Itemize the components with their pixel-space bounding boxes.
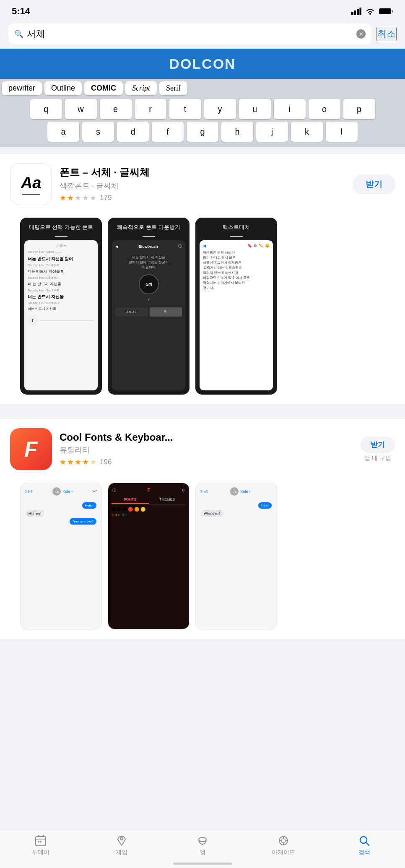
battery-icon xyxy=(379,8,393,15)
key-a[interactable]: a xyxy=(47,122,79,142)
app1-icon: Aa xyxy=(10,163,52,205)
app1-screenshot-2: 쾌속적으로 폰트 다운받기 ◀ Blowbrush ⓘ 너는 반드시 네 자신을… xyxy=(108,218,190,395)
status-icons xyxy=(351,7,393,16)
key-l[interactable]: l xyxy=(326,122,358,142)
nav-label-arcade: 아케이드 xyxy=(272,849,295,856)
app1-screenshot-1-header: 대량으로 선택 가능한 폰트 xyxy=(20,218,102,234)
font-chip-serif[interactable]: Serif xyxy=(159,81,187,95)
star2-3: ★ xyxy=(75,457,81,467)
svg-rect-9 xyxy=(38,841,39,842)
bottom-padding xyxy=(0,639,405,681)
app2-screenshot-2-tabs: FONTS THEMES xyxy=(112,496,186,504)
home-indicator xyxy=(173,863,232,865)
keyboard-area: DOLCON pewriter Outline COMIC Script Ser… xyxy=(0,49,405,147)
search-input-value: 서체 xyxy=(27,28,353,40)
app1-screenshot-1-screen: 모두 ▾ Source Han Sans —— 너는 반드시 자신을 믿어 So… xyxy=(24,240,98,390)
key-t[interactable]: t xyxy=(169,99,201,119)
app1-get-button[interactable]: 받기 xyxy=(353,174,395,194)
star-3: ★ xyxy=(75,193,81,203)
app2-icon: F xyxy=(10,428,52,470)
star-1: ★ xyxy=(60,193,66,203)
svg-rect-6 xyxy=(392,10,393,13)
app2-header: F Cool Fonts & Keyboar... 유틸리티 ★ ★ ★ ★ ★… xyxy=(10,428,395,470)
app2-screenshot-1: 1:51 KB Kate › Hello! Hi there! 𝓗𝓸𝔴 𝓪𝓻𝓮 … xyxy=(20,483,102,629)
keyboard-row-1: q w e r t y u i o p xyxy=(0,98,405,120)
font-chip-typewriter[interactable]: pewriter xyxy=(2,81,42,95)
font-chip-outline[interactable]: Outline xyxy=(44,81,82,95)
key-h[interactable]: h xyxy=(221,122,253,142)
key-i[interactable]: i xyxy=(274,99,306,119)
app1-stars: ★ ★ ★ ★ ★ xyxy=(60,193,96,203)
status-time: 5:14 xyxy=(12,6,30,17)
app1-card: Aa 폰트 – 서체 · 글씨체 색깔폰트 · 글씨체 ★ ★ ★ ★ ★ 17… xyxy=(0,154,405,404)
app2-rating-count: 196 xyxy=(100,458,112,466)
font-style-row: pewriter Outline COMIC Script Serif xyxy=(0,79,405,98)
app2-iap-label: 앱 내 구입 xyxy=(364,455,391,462)
star-4: ★ xyxy=(82,193,89,203)
app1-screenshot-3-screen: ◀ 🔖 ⊕ ✏️ 😊 양재동은 어진 선비가많이 산다고 해서 붙은이름이다.그… xyxy=(200,240,273,390)
keyboard-row-2: a s d f g h j k l xyxy=(0,120,405,143)
section-divider-2 xyxy=(0,404,405,412)
star2-2: ★ xyxy=(67,457,74,467)
apps-icon xyxy=(196,834,209,847)
svg-rect-5 xyxy=(379,8,391,14)
key-r[interactable]: r xyxy=(135,99,166,119)
section-divider-1 xyxy=(0,147,405,154)
app2-screenshot-2-content: 🅐🅑🅒 🔴🟠🟡 𝔸 𝔹 ℂ 𝔻 𝔼 xyxy=(108,504,189,520)
app2-rating-row: ★ ★ ★ ★ ★ 196 xyxy=(60,457,353,467)
key-e[interactable]: e xyxy=(100,99,132,119)
nav-item-today[interactable]: 투데이 xyxy=(0,834,81,856)
key-o[interactable]: o xyxy=(309,99,340,119)
key-q[interactable]: q xyxy=(30,99,62,119)
nav-item-apps[interactable]: 앱 xyxy=(162,834,243,856)
svg-rect-2 xyxy=(357,9,359,15)
search-bar-container: 🔍 서체 ✕ 취소 xyxy=(0,20,405,49)
search-input-wrapper[interactable]: 🔍 서체 ✕ xyxy=(8,23,371,44)
key-k[interactable]: k xyxy=(291,122,323,142)
nav-label-games: 게임 xyxy=(116,849,127,856)
svg-line-24 xyxy=(366,842,369,845)
key-y[interactable]: y xyxy=(204,99,236,119)
app1-screenshot-2-header: 쾌속적으로 폰트 다운받기 xyxy=(108,218,190,234)
app1-info: 폰트 – 서체 · 글씨체 색깔폰트 · 글씨체 ★ ★ ★ ★ ★ 179 xyxy=(60,166,345,203)
tab-themes: THEMES xyxy=(149,496,186,504)
key-p[interactable]: p xyxy=(343,99,375,119)
app2-stars: ★ ★ ★ ★ ★ xyxy=(60,457,96,467)
key-u[interactable]: u xyxy=(239,99,271,119)
app1-name: 폰트 – 서체 · 글씨체 xyxy=(60,166,345,179)
svg-rect-0 xyxy=(351,12,353,15)
app2-get-button[interactable]: 받기 xyxy=(361,437,395,453)
font-chip-script[interactable]: Script xyxy=(125,81,157,95)
keyboard-banner-text: DOLCON xyxy=(169,56,236,72)
search-clear-button[interactable]: ✕ xyxy=(356,29,366,39)
key-s[interactable]: s xyxy=(82,122,114,142)
svg-point-18 xyxy=(281,839,286,843)
app1-rating-count: 179 xyxy=(100,194,112,202)
app1-header: Aa 폰트 – 서체 · 글씨체 색깔폰트 · 글씨체 ★ ★ ★ ★ ★ 17… xyxy=(10,163,395,205)
nav-item-arcade[interactable]: 아케이드 xyxy=(243,834,324,856)
nav-item-search[interactable]: 검색 xyxy=(324,834,405,856)
key-d[interactable]: d xyxy=(117,122,149,142)
app2-screenshot-1-content: Hello! Hi there! 𝓗𝓸𝔴 𝓪𝓻𝓮 𝔂𝓸𝓾? xyxy=(21,498,101,529)
app1-subtitle: 색깔폰트 · 글씨체 xyxy=(60,181,345,191)
nav-item-games[interactable]: 게임 xyxy=(81,834,162,856)
key-g[interactable]: g xyxy=(187,122,218,142)
app2-screenshot-strip: 1:51 KB Kate › Hello! Hi there! 𝓗𝓸𝔴 𝓪𝓻𝓮 … xyxy=(10,477,395,639)
status-bar: 5:14 xyxy=(0,0,405,20)
font-chip-comic[interactable]: COMIC xyxy=(84,81,123,95)
app1-screenshot-3-divider xyxy=(230,236,243,237)
app2-card: F Cool Fonts & Keyboar... 유틸리티 ★ ★ ★ ★ ★… xyxy=(0,419,405,639)
key-f[interactable]: f xyxy=(152,122,184,142)
keyboard-banner: DOLCON xyxy=(0,49,405,79)
svg-rect-3 xyxy=(360,8,362,15)
key-w[interactable]: w xyxy=(65,99,97,119)
search-icon: 🔍 xyxy=(14,29,23,39)
key-j[interactable]: j xyxy=(256,122,288,142)
arcade-icon xyxy=(277,834,290,847)
svg-point-15 xyxy=(199,837,206,842)
game-icon xyxy=(115,834,128,847)
star-5: ★ xyxy=(90,193,96,203)
app2-screenshot-1-header: 1:51 KB Kate › xyxy=(21,483,101,498)
cancel-button[interactable]: 취소 xyxy=(376,27,397,41)
app2-screenshot-2: ⓘ F ⚙ FONTS THEMES 🅐🅑🅒 🔴🟠🟡 𝔸 𝔹 ℂ 𝔻 xyxy=(108,483,190,629)
